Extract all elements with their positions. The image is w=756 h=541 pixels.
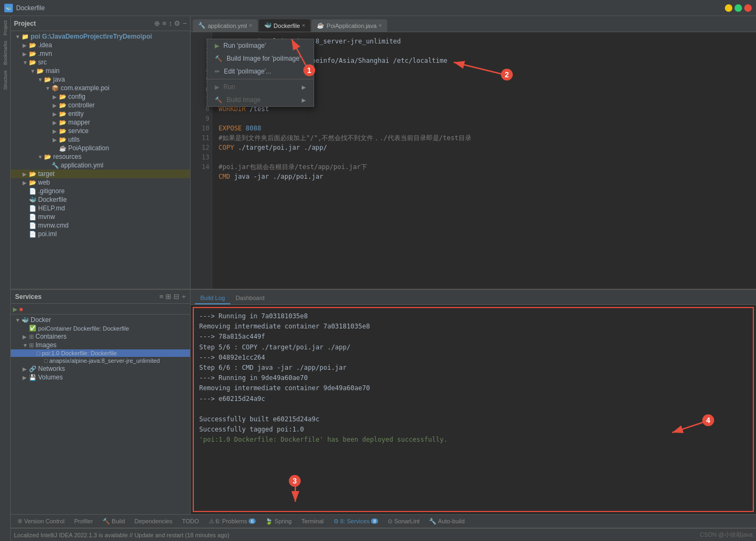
tree-poisml[interactable]: 📄 poi.iml (11, 230, 190, 238)
ctx-build-image: 🔨 Build Image ▶ (207, 93, 314, 106)
btm-tab-auto-build[interactable]: 🔧 Auto-build (425, 516, 469, 527)
tab-close-dockerfile[interactable]: × (302, 23, 306, 28)
log-line-2: Removing intermediate container 7a031810… (199, 321, 747, 332)
tree-appyml[interactable]: 🔧 application.yml (11, 161, 190, 170)
services-group-icon[interactable]: ⊟ (173, 293, 179, 301)
btm-tab-services[interactable]: ⚙ 8: Services 8 (329, 516, 382, 527)
tree-poiapp[interactable]: ☕ PoiApplication (11, 144, 190, 152)
tab-close-poiapp[interactable]: × (379, 23, 382, 28)
services-add-icon[interactable]: ≡ (159, 293, 164, 301)
btm-tab-problems[interactable]: ⚠ 6: Problems 6 (205, 516, 260, 527)
btm-tab-spring[interactable]: 🍃 Spring (261, 516, 296, 527)
tab-dashboard[interactable]: Dashboard (230, 293, 270, 304)
tree-resources[interactable]: ▼ 📂 resources (11, 152, 190, 161)
layout-icon[interactable]: ≡ (162, 19, 166, 27)
tree-dockerfile[interactable]: 🐳 Dockerfile (11, 195, 190, 204)
btm-tab-build[interactable]: 🔨 Build (98, 516, 129, 527)
maximize-button[interactable] (735, 4, 742, 12)
tree-mvnw[interactable]: 📄 mvnw (11, 213, 190, 221)
settings-icon[interactable]: ⚙ (174, 19, 180, 27)
log-line-9: ---> e60215d24a9c (199, 394, 747, 404)
tab-appyml[interactable]: 🔧 application.yml × (193, 19, 258, 32)
btm-tab-profiler[interactable]: Profiler (70, 516, 97, 526)
services-poi-image[interactable]: □ poi:1.0 Dockerfile: Dockerfile (11, 349, 190, 357)
btm-tab-version-control[interactable]: ⑨ Version Control (13, 516, 69, 527)
log-line-11: Successfully tagged poi:1.0 (199, 425, 747, 435)
content-area: Project ⊕ ≡ ↕ ⚙ − ▼ 📁 poi G:\JavaDemoPro… (11, 16, 756, 541)
sidebar-structure-icon[interactable]: Structure (2, 68, 9, 92)
services-panel: Services ≡ ⊞ ⊟ + ▶ ■ (11, 290, 756, 514)
tree-controller[interactable]: ▶ 📂 controller (11, 101, 190, 109)
services-run-icon[interactable]: ▶ (13, 306, 17, 313)
services-anapsix[interactable]: □ anapsix/alpine-java:8_server-jre_unlim… (11, 357, 190, 364)
sidebar-icons: Project Bookmarks Structure (0, 16, 11, 541)
project-panel: Project ⊕ ≡ ↕ ⚙ − ▼ 📁 poi G:\JavaDemoPro… (11, 16, 191, 289)
tab-close-appyml[interactable]: × (249, 23, 252, 28)
ctx-separator (207, 79, 314, 79)
window-controls (725, 4, 752, 12)
services-plus-icon[interactable]: + (181, 293, 186, 301)
tree-java[interactable]: ▼ 📂 java (11, 75, 190, 84)
ctx-edit-poiimage[interactable]: ✏ Edit 'poiImage'... (207, 65, 314, 78)
services-images[interactable]: ▼ ⊞ Images (11, 341, 190, 349)
tree-main[interactable]: ▼ 📂 main (11, 67, 190, 75)
top-section: Project ⊕ ≡ ↕ ⚙ − ▼ 📁 poi G:\JavaDemoPro… (11, 16, 756, 290)
tree-mvn[interactable]: ▶ 📂 .mvn (11, 49, 190, 58)
log-line-10: Successfully built e60215d24a9c (199, 414, 747, 425)
btm-tab-dependencies[interactable]: Dependencies (130, 516, 177, 526)
services-left: Services ≡ ⊞ ⊟ + ▶ ■ (11, 290, 191, 514)
tree-utils[interactable]: ▶ 📂 utils (11, 135, 190, 144)
project-title: Project (14, 20, 152, 27)
tree-com[interactable]: ▼ 📦 com.example.poi (11, 84, 190, 92)
build-log-content[interactable]: ---> Running in 7a03181035e8 Removing in… (193, 307, 754, 512)
services-volumes[interactable]: ▶ 💾 Volumes (11, 373, 190, 382)
tree-mvnwcmd[interactable]: 📄 mvnw.cmd (11, 221, 190, 230)
title-text: Dockerfile (16, 4, 45, 12)
csdn-watermark: CSDN @小徐敲java (700, 531, 753, 539)
tree-root[interactable]: ▼ 📁 poi G:\JavaDemoProject\reTryDemo\poi (11, 32, 190, 41)
services-right: Build Log Dashboard ---> Running in 7a03… (191, 290, 756, 514)
services-tree: ▶ ■ ▼ 🐳 Docker ✅ (11, 304, 190, 514)
services-filter-icon[interactable]: ⊞ (165, 293, 171, 301)
problems-badge: 6 (249, 518, 256, 524)
sidebar-bookmarks-icon[interactable]: Bookmarks (2, 39, 9, 67)
services-title: Services (15, 293, 157, 301)
editor-area: 🔧 application.yml × 🐳 Dockerfile × ☕ Poi… (191, 16, 756, 289)
tree-target[interactable]: ▶ 📂 target (11, 170, 190, 178)
status-message[interactable]: Localized IntelliJ IDEA 2022.1.3 is avai… (14, 532, 229, 538)
ctx-run-poiimage[interactable]: ▶ Run 'poiImage' (207, 39, 314, 52)
btm-tab-todo[interactable]: TODO (178, 516, 203, 526)
add-icon[interactable]: ⊕ (154, 19, 160, 27)
btm-tab-sonarlint[interactable]: ⊙ SonarLint (383, 516, 424, 527)
tab-build-log[interactable]: Build Log (195, 293, 230, 304)
sort-icon[interactable]: ↕ (169, 19, 172, 27)
tree-mapper[interactable]: ▶ 📂 mapper (11, 118, 190, 127)
tree-src[interactable]: ▼ 📂 src (11, 58, 190, 67)
tree-idea[interactable]: ▶ 📂 .idea (11, 41, 190, 49)
tree-helpmd[interactable]: 📄 HELP.md (11, 204, 190, 213)
services-networks[interactable]: ▶ 🔗 Networks (11, 364, 190, 373)
log-line-6: Step 6/6 : CMD java -jar ./app/poi.jar (199, 363, 747, 373)
tree-web[interactable]: ▶ 📂 web (11, 178, 190, 187)
minimize-button[interactable] (725, 4, 732, 12)
btm-tab-terminal[interactable]: Terminal (297, 516, 328, 526)
tree-config[interactable]: ▶ 📂 config (11, 92, 190, 101)
collapse-icon[interactable]: − (183, 19, 187, 27)
services-poi-container[interactable]: ✅ poiContainer Dockerfile: Dockerfile (11, 324, 190, 332)
tab-poiapp[interactable]: ☕ PoiApplication.java × (311, 19, 387, 32)
tree-entity[interactable]: ▶ 📂 entity (11, 109, 190, 118)
services-stop-icon[interactable]: ■ (19, 306, 23, 313)
log-line-3: ---> 78a815ac449f (199, 332, 747, 342)
close-button[interactable] (744, 4, 752, 12)
ctx-build-image-poiimage[interactable]: 🔨 Build Image for 'poiImage' (207, 52, 314, 65)
context-menu: ▶ Run 'poiImage' 🔨 Build Image for 'poiI… (207, 39, 314, 107)
tree-gitignore[interactable]: 📄 .gitignore (11, 187, 190, 195)
tree-service[interactable]: ▶ 📂 service (11, 127, 190, 135)
bottom-toolbar: ⑨ Version Control Profiler 🔨 Build Depen… (11, 514, 756, 528)
project-toolbar: Project ⊕ ≡ ↕ ⚙ − (11, 16, 190, 31)
services-containers[interactable]: ▶ ⊞ Containers (11, 332, 190, 341)
services-docker[interactable]: ▼ 🐳 Docker (11, 316, 190, 324)
tab-dockerfile[interactable]: 🐳 Dockerfile × (259, 19, 311, 32)
sidebar-project-icon[interactable]: Project (2, 18, 9, 38)
title-bar: 🐳 Dockerfile (0, 0, 756, 16)
